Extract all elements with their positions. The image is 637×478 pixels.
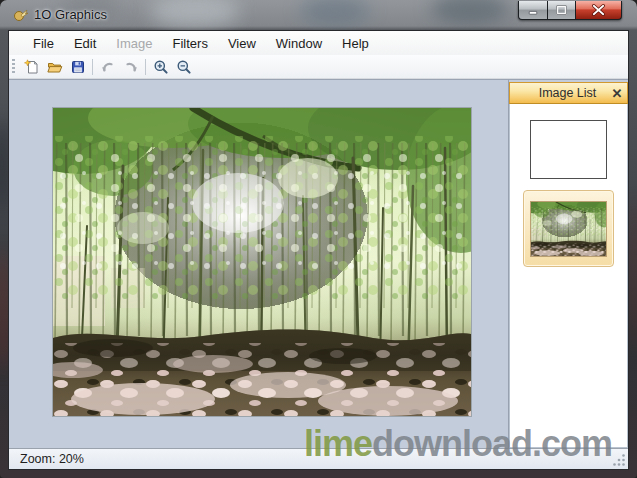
window-title: 1O Graphics bbox=[34, 7, 107, 22]
zoom-out-icon bbox=[176, 59, 192, 75]
minimize-button[interactable] bbox=[518, 1, 548, 20]
toolbar bbox=[9, 55, 628, 79]
title-bar[interactable]: 1O Graphics bbox=[0, 0, 637, 30]
toolbar-separator bbox=[145, 59, 146, 75]
menu-bar: File Edit Image Filters View Window Help bbox=[9, 31, 628, 55]
image-list-header[interactable]: Image List ✕ bbox=[509, 82, 628, 104]
redo-icon bbox=[123, 59, 139, 75]
zoom-in-button[interactable] bbox=[149, 56, 172, 78]
menu-file[interactable]: File bbox=[23, 33, 64, 54]
close-button[interactable] bbox=[576, 1, 622, 20]
menu-image: Image bbox=[106, 33, 162, 54]
toolbar-grip[interactable] bbox=[12, 59, 17, 75]
redo-button[interactable] bbox=[119, 56, 142, 78]
maximize-icon bbox=[548, 1, 575, 19]
menu-help[interactable]: Help bbox=[332, 33, 379, 54]
undo-icon bbox=[100, 59, 116, 75]
open-folder-icon bbox=[47, 59, 63, 75]
forest-thumbnail bbox=[530, 201, 607, 257]
menu-edit[interactable]: Edit bbox=[64, 33, 106, 54]
zoom-out-button[interactable] bbox=[172, 56, 195, 78]
menu-view[interactable]: View bbox=[218, 33, 266, 54]
main-area: Image List ✕ bbox=[9, 79, 628, 448]
zoom-level-text: Zoom: 20% bbox=[9, 452, 84, 466]
document-canvas[interactable] bbox=[9, 79, 508, 448]
maximize-button[interactable] bbox=[548, 1, 576, 20]
app-window: 1O Graphics File bbox=[0, 0, 637, 478]
close-icon bbox=[576, 1, 621, 19]
save-icon bbox=[70, 59, 86, 75]
caption-buttons bbox=[518, 1, 622, 20]
forest-photo bbox=[53, 108, 471, 416]
minimize-icon bbox=[519, 1, 547, 19]
thumbnail-forest-image-selected[interactable] bbox=[523, 190, 614, 267]
undo-button[interactable] bbox=[96, 56, 119, 78]
zoom-in-icon bbox=[153, 59, 169, 75]
resize-grip[interactable] bbox=[613, 454, 626, 467]
image-list-panel: Image List ✕ bbox=[508, 79, 628, 448]
image-list-title: Image List bbox=[510, 86, 607, 100]
thumbnail-blank-image[interactable] bbox=[530, 120, 607, 179]
new-file-button[interactable] bbox=[20, 56, 43, 78]
image-list-body bbox=[509, 104, 628, 448]
status-bar: Zoom: 20% bbox=[9, 448, 628, 469]
client-area: File Edit Image Filters View Window Help bbox=[8, 30, 629, 470]
new-file-icon bbox=[24, 59, 40, 75]
open-button[interactable] bbox=[43, 56, 66, 78]
menu-window[interactable]: Window bbox=[266, 33, 332, 54]
save-button[interactable] bbox=[66, 56, 89, 78]
panel-close-icon[interactable]: ✕ bbox=[607, 86, 627, 101]
menu-filters[interactable]: Filters bbox=[163, 33, 218, 54]
app-icon bbox=[13, 7, 29, 23]
toolbar-separator bbox=[92, 59, 93, 75]
